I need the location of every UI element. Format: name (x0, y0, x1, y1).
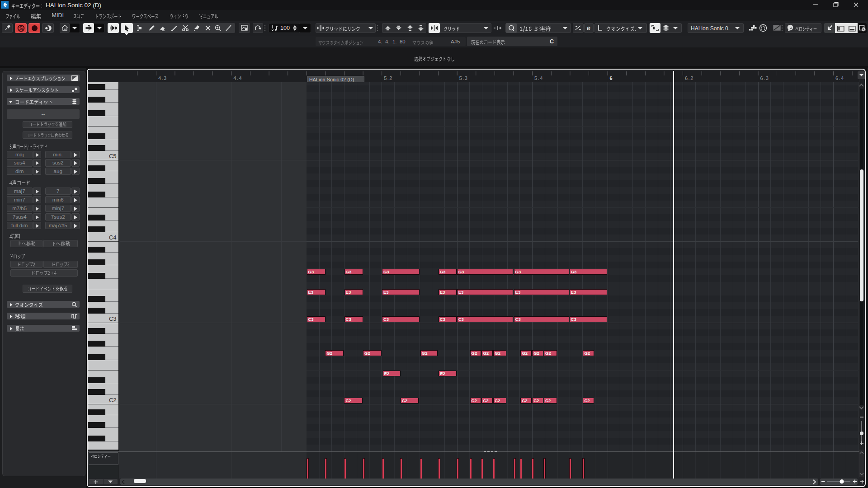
svg-text:e: e (587, 24, 590, 32)
svg-text:S: S (19, 25, 23, 32)
